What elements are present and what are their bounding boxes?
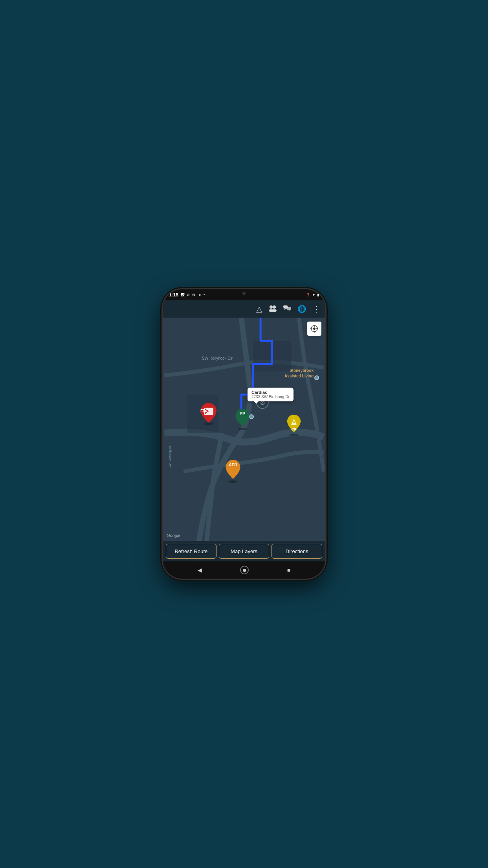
sync-icon: ⊙: [187, 293, 190, 297]
location-button[interactable]: [307, 322, 321, 336]
stoneybrook-dot-marker[interactable]: [314, 375, 319, 380]
status-left: 1:18 🖼 ⊙ ⊙ ◄ •: [169, 292, 205, 298]
nav-back-button[interactable]: ◀: [198, 567, 202, 573]
battery-icon: ▮: [317, 293, 319, 297]
cp-marker-shadow: [289, 434, 299, 436]
svg-point-8: [313, 327, 316, 330]
popup-address: 4733 SW Birdsong Dr: [251, 395, 290, 399]
group-icon[interactable]: [268, 305, 277, 313]
fdc-marker[interactable]: [200, 402, 217, 425]
pp-marker-shadow: [238, 428, 247, 430]
wifi-icon: ▼: [312, 293, 316, 297]
alert-icon[interactable]: △: [256, 304, 262, 314]
directions-button[interactable]: Directions: [272, 544, 322, 559]
svg-point-1: [273, 305, 276, 309]
status-right: 📍 ▼ ▮: [306, 293, 319, 297]
more-menu-icon[interactable]: ⋮: [312, 304, 321, 314]
gps-icon: 📍: [306, 293, 310, 297]
location-status-icon: ⊙: [192, 293, 195, 297]
map-container: SW Hollyhock Cir SW Birdsong Dr Stoneybr…: [163, 318, 325, 541]
globe-icon[interactable]: 🌐: [297, 305, 306, 313]
hollyhock-road-label: SW Hollyhock Cir: [202, 356, 233, 360]
phone-frame: 1:18 🖼 ⊙ ⊙ ◄ • 📍 ▼ ▮ △: [163, 289, 325, 579]
nav-home-button[interactable]: ⬤: [240, 566, 249, 574]
aed-marker-shadow: [228, 480, 238, 483]
chat-icon[interactable]: [283, 305, 291, 313]
status-bar: 1:18 🖼 ⊙ ⊙ ◄ • 📍 ▼ ▮: [163, 289, 325, 300]
refresh-route-button[interactable]: Refresh Route: [166, 544, 216, 559]
media-icon: 🖼: [181, 293, 184, 297]
app-screen: △ 🌐 ⋮: [163, 300, 325, 579]
time-display: 1:18: [169, 292, 178, 298]
svg-point-0: [270, 305, 273, 309]
bottom-toolbar: Refresh Route Map Layers Directions: [163, 541, 325, 561]
nav-bar: ◀ ⬤ ■: [163, 561, 325, 579]
aed-marker[interactable]: AED: [224, 459, 242, 483]
nav-recents-button[interactable]: ■: [287, 567, 290, 573]
map-layers-button[interactable]: Map Layers: [219, 544, 270, 559]
google-watermark: Google: [167, 533, 180, 538]
dot-icon: •: [204, 293, 205, 297]
camera-notch: [242, 292, 246, 295]
popup-title: Cardiac: [251, 390, 290, 395]
cardiac-popup[interactable]: Cardiac 4733 SW Birdsong Dr: [248, 388, 294, 401]
cp-marker[interactable]: CP: [286, 414, 302, 436]
birdsong-road-label: SW Birdsong Dr: [168, 446, 172, 468]
back-arrow-icon: ◄: [198, 293, 201, 297]
app-header: △ 🌐 ⋮: [163, 300, 325, 318]
stoneybrook-label: StoneybrookAssisted Living: [284, 368, 314, 379]
pp-marker[interactable]: PP: [235, 408, 250, 430]
